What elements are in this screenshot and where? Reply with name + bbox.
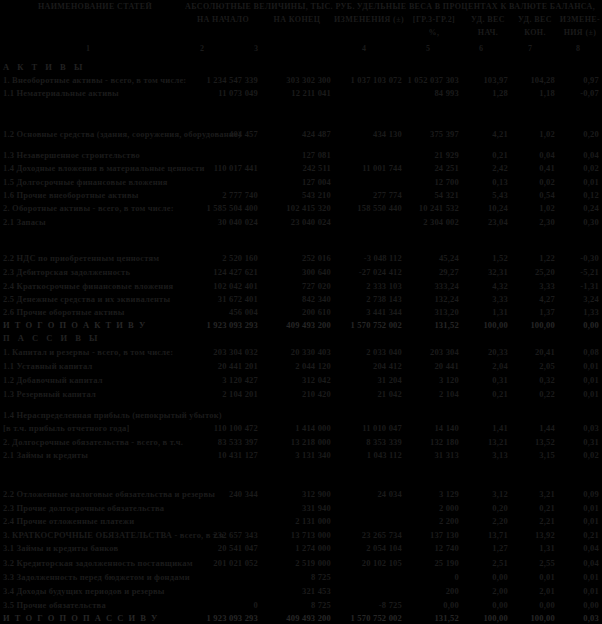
amount-cell: 4,21 [462, 129, 508, 139]
amount-cell: 1,33 [557, 307, 599, 317]
table-row: [в т.ч. прибыль отчетного года]110 100 4… [0, 423, 602, 436]
amount-cell: 0,00 [557, 600, 599, 610]
row-label: 2. Долгосрочные обязательства - всего, в… [3, 437, 183, 447]
amount-cell: 103,97 [462, 75, 508, 85]
amount-cell: 203 304 032 [168, 347, 258, 357]
amount-cell: 30 040 024 [168, 217, 258, 227]
row-label: П А С С И В Ы [3, 333, 100, 343]
row-label: 2.6 Прочие оборотные активы [3, 307, 125, 317]
amount-cell: 31 672 401 [168, 294, 258, 304]
amount-cell: 0,01 [557, 503, 599, 513]
amount-cell: 23 040 024 [261, 217, 331, 227]
amount-cell: 313,20 [395, 307, 459, 317]
amount-cell: 0,01 [511, 572, 555, 582]
table-row: 1.4 Нераспределенная прибыль (непокрытый… [0, 410, 602, 423]
amount-cell: 2,30 [511, 217, 555, 227]
row-label: 3.5 Прочие обязательства [3, 600, 106, 610]
table-row: 2.3 Дебиторская задолженность124 427 621… [0, 267, 602, 280]
amount-cell: 1 923 093 293 [168, 613, 258, 623]
amount-cell: 8 725 [261, 600, 331, 610]
amount-cell: 1 274 000 [261, 543, 331, 553]
amount-cell: 204 412 [324, 361, 402, 371]
amount-cell: 20 102 105 [324, 558, 402, 568]
amount-cell: 0,01 [557, 361, 599, 371]
amount-cell: 3,21 [511, 489, 555, 499]
amount-cell: 3 120 [395, 375, 459, 385]
section-header-row: А К Т И В Ы [0, 62, 602, 75]
row-label: 1. Капитал и резервы - всего, в том числ… [3, 347, 173, 357]
amount-cell: 2,00 [462, 586, 508, 596]
amount-cell: 2,51 [462, 558, 508, 568]
column-number: 3 [248, 44, 264, 53]
column-number-row: 12345678 [0, 44, 602, 54]
amount-cell: 0,01 [557, 516, 599, 526]
column-group-relative-weights: УДЕЛЬНЫЕ ВЕСА В ПРОЦЕНТАХ К ВАЛЮТЕ БАЛАН… [352, 2, 600, 11]
table-row: 1.2 Основные средства (здания, сооружени… [0, 129, 602, 142]
amount-cell: 2 054 104 [324, 543, 402, 553]
amount-cell: 0,02 [511, 177, 555, 187]
amount-cell: 29,27 [395, 267, 459, 277]
amount-cell: 84 993 [395, 88, 459, 98]
amount-cell: 277 774 [324, 190, 402, 200]
row-label: 2.3 Дебиторская задолженность [3, 267, 130, 277]
amount-cell: 54 321 [395, 190, 459, 200]
amount-cell: 0,30 [557, 217, 599, 227]
amount-cell: 83 533 397 [168, 437, 258, 447]
amount-cell: -5,21 [557, 267, 599, 277]
amount-cell: 0,20 [462, 503, 508, 513]
amount-cell: 11 073 049 [168, 88, 258, 98]
col7-header: УД. ВЕС [513, 15, 557, 24]
row-label: 1.4 Нераспределенная прибыль (непокрытый… [3, 410, 222, 420]
col5-subheader: %, [405, 28, 463, 37]
amount-cell: 1 037 103 072 [324, 75, 402, 85]
amount-cell: 1,37 [511, 307, 555, 317]
amount-cell: 0,21 [462, 389, 508, 399]
row-label: 2.2 НДС по приобретенным ценностям [3, 253, 159, 263]
amount-cell: 2 131 000 [261, 516, 331, 526]
amount-cell: 1,28 [462, 88, 508, 98]
amount-cell: 14 140 [395, 423, 459, 433]
table-row: 2. Долгосрочные обязательства - всего, в… [0, 437, 602, 450]
amount-cell: 13,21 [462, 437, 508, 447]
amount-cell: 0,04 [557, 543, 599, 553]
amount-cell: 2,55 [511, 558, 555, 568]
amount-cell: 0,12 [557, 190, 599, 200]
amount-cell: 100,00 [511, 320, 555, 330]
amount-cell: 13,92 [511, 530, 555, 540]
table-row: 3.3 Задолженность перед бюджетом и фонда… [0, 572, 602, 585]
amount-cell: 842 340 [261, 294, 331, 304]
amount-cell: 3,15 [511, 450, 555, 460]
amount-cell: 12 740 [395, 543, 459, 553]
amount-cell: 434 130 [324, 129, 402, 139]
total-row: И Т О Г О П О П А С С И В У1 923 093 293… [0, 613, 602, 624]
col2-header: НА НАЧАЛО [185, 15, 261, 24]
amount-cell: 0,41 [511, 163, 555, 173]
col6-subheader: НАЧ. [465, 28, 511, 37]
amount-cell: 0,21 [511, 503, 555, 513]
table-row: 3. КРАТКОСРОЧНЫЕ ОБЯЗАТЕЛЬСТВА - всего, … [0, 530, 602, 543]
amount-cell: 1,52 [462, 253, 508, 263]
amount-cell: 2 520 160 [168, 253, 258, 263]
table-row: 2.5 Денежные средства и их эквиваленты31… [0, 294, 602, 307]
amount-cell: 131,52 [395, 320, 459, 330]
amount-cell: 0,13 [462, 177, 508, 187]
amount-cell: 0,24 [557, 203, 599, 213]
amount-cell: 2 304 002 [395, 217, 459, 227]
amount-cell: 13,52 [511, 437, 555, 447]
amount-cell: 0,03 [557, 613, 599, 623]
amount-cell: 0,21 [462, 150, 508, 160]
table-row: 3.4 Доходы будущих периодов и резервы321… [0, 586, 602, 599]
amount-cell: 0,00 [511, 600, 555, 610]
amount-cell: 0,08 [557, 347, 599, 357]
amount-cell: 456 004 [168, 307, 258, 317]
col8-header: ИЗМЕНЕ- [559, 15, 601, 24]
amount-cell: 4,32 [462, 281, 508, 291]
amount-cell: 0,00 [462, 600, 508, 610]
row-label: 2.5 Денежные средства и их эквиваленты [3, 294, 170, 304]
table-row: 2.3 Прочие долгосрочные обязательства331… [0, 503, 602, 516]
amount-cell: 24 034 [324, 489, 402, 499]
row-label: [в т.ч. прибыль отчетного года] [3, 423, 130, 433]
amount-cell: 2,21 [511, 516, 555, 526]
amount-cell: 20 441 201 [168, 361, 258, 371]
amount-cell: 100,00 [511, 613, 555, 623]
